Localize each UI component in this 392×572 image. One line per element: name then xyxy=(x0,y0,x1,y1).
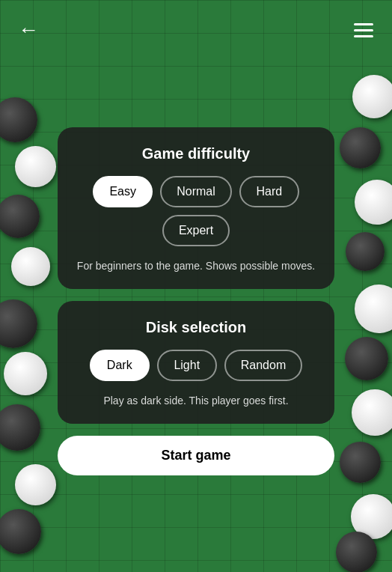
difficulty-normal-button[interactable]: Normal xyxy=(160,176,232,207)
menu-line xyxy=(354,29,373,31)
disk-title: Disk selection xyxy=(73,319,319,336)
disk-panel: Disk selection Dark Light Random Play as… xyxy=(58,301,334,424)
disk-dark-button[interactable]: Dark xyxy=(90,350,150,381)
disk-light-button[interactable]: Light xyxy=(157,350,217,381)
header: ← xyxy=(0,0,392,60)
difficulty-options: Easy Normal Hard Expert xyxy=(73,176,319,246)
difficulty-hard-button[interactable]: Hard xyxy=(239,176,299,207)
main-content: Game difficulty Easy Normal Hard Expert … xyxy=(0,60,392,572)
difficulty-panel: Game difficulty Easy Normal Hard Expert … xyxy=(58,127,334,289)
difficulty-title: Game difficulty xyxy=(73,145,319,162)
menu-line xyxy=(354,35,373,37)
menu-line xyxy=(354,23,373,25)
back-button[interactable]: ← xyxy=(12,13,45,46)
menu-button[interactable] xyxy=(347,13,380,46)
difficulty-description: For beginners to the game. Shows possibl… xyxy=(73,258,319,274)
start-game-button[interactable]: Start game xyxy=(58,436,334,475)
disk-random-button[interactable]: Random xyxy=(224,350,302,381)
disk-description: Play as dark side. This player goes firs… xyxy=(73,393,319,409)
disk-options: Dark Light Random xyxy=(73,350,319,381)
difficulty-easy-button[interactable]: Easy xyxy=(93,176,153,207)
back-icon: ← xyxy=(18,18,39,42)
difficulty-expert-button[interactable]: Expert xyxy=(162,215,230,246)
